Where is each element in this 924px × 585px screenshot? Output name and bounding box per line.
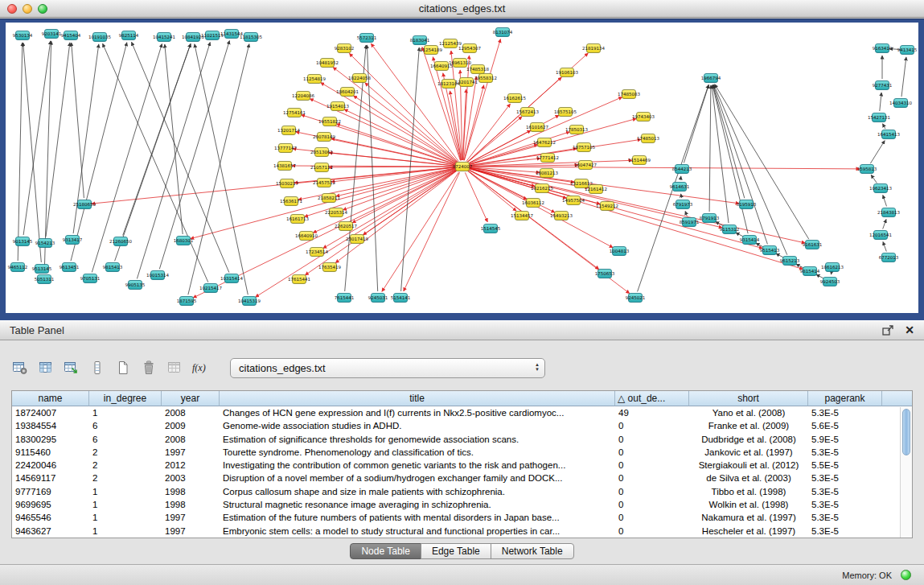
create-column-button[interactable]	[113, 357, 133, 378]
cell-short: Dudbridge et al. (2008)	[689, 433, 808, 446]
graph-node-label: 19154013	[326, 104, 349, 109]
graph-node-label: 9013145	[13, 239, 33, 244]
table-source-dropdown[interactable]: citations_edges.txt ▲▼	[230, 358, 545, 378]
network-canvas[interactable]: 8724007928310210481952112548191220408612…	[6, 23, 918, 313]
graph-node-label: 14957504	[562, 198, 585, 203]
column-header-title[interactable]: title	[220, 391, 615, 406]
table-row[interactable]: 946362711997Embryonic stem cells: a mode…	[12, 525, 912, 538]
cell-in_degree: 1	[89, 498, 162, 511]
delete-column-button[interactable]	[138, 357, 159, 378]
graph-edge	[367, 45, 377, 291]
column-header-name[interactable]: name	[12, 391, 89, 406]
graph-node-label: 9515413	[760, 248, 780, 253]
graph-node-label: 1680301	[174, 238, 194, 243]
table-row[interactable]: 1938455462009Genome-wide association stu…	[12, 419, 912, 432]
graph-node-label: 9530134	[13, 33, 33, 38]
graph-edge	[256, 170, 458, 297]
cell-pagerank: 5.3E-5	[808, 498, 882, 511]
cell-year: 2008	[162, 433, 220, 446]
import-table-button[interactable]	[61, 357, 82, 378]
table-row[interactable]: 977716911998Corpus callosum shape and si…	[12, 485, 912, 498]
graph-edge	[871, 175, 877, 183]
graph-node-label: 19551822	[318, 119, 341, 124]
graph-edge	[23, 43, 42, 262]
graph-node-label: 11514469	[628, 158, 651, 163]
graph-edge	[92, 167, 456, 204]
graph-node-label: 8591971	[680, 220, 700, 225]
graph-node-label: 15636171	[280, 199, 302, 204]
graph-node-label: 9283102	[335, 46, 355, 51]
table-row[interactable]: 1456911722003Disruption of a novel membe…	[12, 472, 912, 484]
show-rows-button[interactable]	[87, 357, 108, 378]
graph-edge	[883, 242, 886, 252]
graph-node-label: 5572311	[357, 35, 377, 40]
cell-out_de: 0	[615, 525, 689, 538]
cell-out_de: 0	[615, 459, 689, 472]
graph-node-label: 15493213	[550, 213, 573, 218]
cell-name: 18300295	[12, 433, 89, 446]
table-row[interactable]: 946554611997Estimation of the future num…	[12, 511, 912, 524]
graph-node-label: 19558312	[474, 76, 497, 80]
table-row[interactable]: 1830029562008Estimation of significance …	[12, 433, 912, 446]
graph-node-label: 17771412	[536, 155, 559, 160]
table-settings-button[interactable]	[10, 357, 31, 378]
table-scrollbar[interactable]	[900, 407, 912, 538]
table-row[interactable]: 2242004622012Investigating the contribut…	[12, 459, 912, 472]
show-columns-button[interactable]	[35, 357, 56, 378]
graph-node-label: 20078149	[313, 134, 335, 139]
column-header-pagerank[interactable]: pagerank	[808, 391, 882, 406]
cell-out_de: 0	[615, 511, 689, 524]
column-header-short[interactable]: short	[689, 391, 808, 406]
graph-node-label: 17635419	[318, 265, 341, 270]
window-titlebar[interactable]: citations_edges.txt	[0, 0, 924, 18]
graph-node-label: 9513145	[32, 266, 52, 271]
graph-edge	[329, 167, 456, 167]
column-header-in_degree[interactable]: in_degree	[89, 391, 162, 406]
graph-node-label: 16162615	[503, 96, 526, 101]
graph-node-label: 9245021	[626, 295, 646, 300]
table-row[interactable]: 911546021997Tourette syndrome. Phenomeno…	[12, 446, 912, 459]
tab-node-table[interactable]: Node Table	[350, 543, 421, 559]
graph-node-label: 13216215	[531, 186, 553, 191]
cell-name: 22420046	[12, 459, 89, 472]
cell-pagerank: 5.3E-5	[808, 406, 882, 419]
table-row[interactable]: 969969511998Structural magnetic resonanc…	[12, 498, 912, 511]
graph-node-label: 16961310	[449, 60, 471, 65]
float-panel-icon[interactable]	[882, 325, 893, 336]
graph-node-label: 8131074	[493, 30, 513, 35]
column-header-out_de[interactable]: △ out_de...	[615, 391, 689, 406]
cell-name: 9777169	[12, 485, 89, 498]
close-panel-icon[interactable]: ✕	[905, 324, 914, 336]
network-canvas-svg[interactable]: 8724007928310210481952112548191220408612…	[6, 23, 918, 313]
cell-year: 1997	[162, 525, 220, 538]
graph-node-label: 1750653	[595, 271, 615, 276]
cell-short: Tibbo et al. (1998)	[689, 485, 808, 498]
table-panel-header: Table Panel ✕	[0, 320, 924, 340]
cell-short: Wolkin et al. (1998)	[689, 498, 808, 511]
cell-year: 2009	[162, 419, 220, 432]
graph-node-label: 9815413	[103, 265, 123, 270]
table-disabled-icon	[166, 360, 183, 375]
merge-table-button[interactable]	[164, 357, 185, 378]
tab-edge-table[interactable]: Edge Table	[421, 543, 491, 559]
graph-edge	[329, 153, 456, 166]
tab-network-table[interactable]: Network Table	[491, 543, 574, 559]
graph-edge	[880, 93, 881, 111]
column-header-year[interactable]: year	[162, 391, 220, 406]
graph-node-label: 22205314	[325, 210, 347, 215]
cell-title: Disruption of a novel member of a sodium…	[220, 472, 615, 484]
graph-node-label: 9705131	[80, 276, 101, 281]
table-row[interactable]: 1872400712008Changes of HCN gene express…	[12, 406, 912, 419]
cell-name: 9699695	[12, 498, 89, 511]
cell-name: 9465546	[12, 511, 89, 524]
trash-icon	[141, 360, 157, 375]
graph-node-label: 18224058	[348, 76, 371, 80]
memory-status-label: Memory: OK	[842, 571, 892, 580]
graph-node-label: 15672413	[516, 109, 539, 114]
cell-short: Franke et al. (2009)	[689, 419, 808, 432]
cell-short: Nakamura et al. (1997)	[689, 511, 808, 524]
function-builder-button[interactable]: f(x)	[190, 357, 211, 378]
table-scrollbar-thumb[interactable]	[902, 409, 910, 455]
graph-edge	[354, 96, 458, 163]
cell-out_de: 0	[615, 472, 689, 484]
